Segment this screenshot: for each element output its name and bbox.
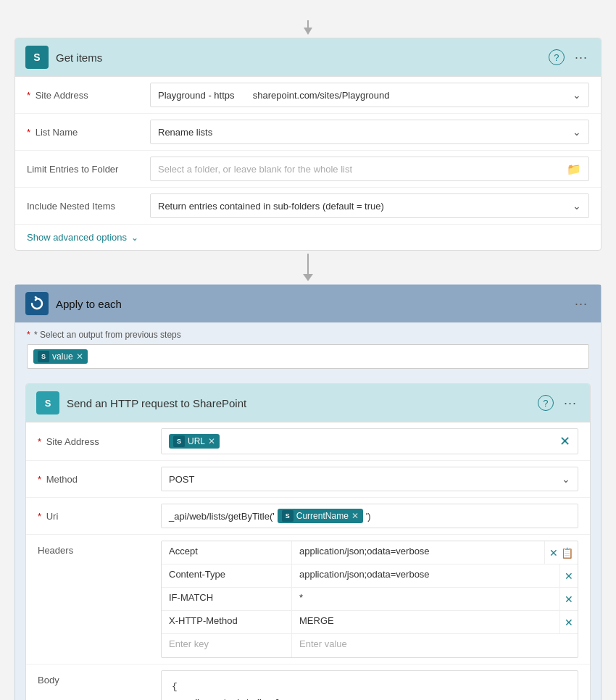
header-row-new: Enter key Enter value bbox=[162, 634, 578, 657]
body-line-2: "__metadata": { bbox=[172, 695, 567, 700]
header-row-if-match: IF-MATCH * ✕ bbox=[162, 588, 578, 611]
header-val-if-match: * bbox=[292, 588, 559, 610]
site-address-dropdown-arrow[interactable]: ⌄ bbox=[573, 89, 581, 101]
limit-entries-label: Limit Entries to Folder bbox=[27, 164, 150, 175]
url-token-remove[interactable]: ✕ bbox=[208, 436, 215, 446]
list-name-row: * List Name Rename lists ⌄ bbox=[15, 114, 601, 151]
method-value: POST bbox=[169, 474, 562, 485]
body-content[interactable]: { "__metadata": { "type": "SP.List" }, "… bbox=[161, 670, 578, 700]
body-row: Body { "__metadata": { "type": "SP.List"… bbox=[26, 664, 590, 700]
list-name-label: * List Name bbox=[27, 127, 150, 138]
flow-container: S Get items ? ··· * Site Address Playgro… bbox=[14, 14, 602, 700]
get-items-more-options[interactable]: ··· bbox=[572, 49, 591, 67]
header-val-accept: application/json;odata=verbose bbox=[292, 541, 544, 564]
method-row: * Method POST ⌄ bbox=[26, 461, 590, 498]
header-key-new[interactable]: Enter key bbox=[162, 634, 292, 657]
method-dropdown-arrow[interactable]: ⌄ bbox=[562, 473, 570, 485]
middle-connector-arrow bbox=[303, 254, 313, 281]
url-token-icon: S bbox=[173, 436, 185, 447]
header-val-content-type: application/json;odata=verbose bbox=[292, 564, 559, 587]
uri-row: * Uri _api/web/lists/getByTitle(' S Curr… bbox=[26, 498, 590, 535]
current-name-token-remove[interactable]: ✕ bbox=[351, 511, 359, 521]
apply-to-each-card: Apply to each ··· * * Select an output f… bbox=[14, 284, 602, 700]
include-nested-label: Include Nested Items bbox=[27, 201, 150, 212]
list-name-control[interactable]: Rename lists ⌄ bbox=[150, 120, 589, 144]
folder-icon[interactable]: 📁 bbox=[567, 162, 581, 176]
get-items-title: Get items bbox=[56, 51, 541, 64]
header-key-x-http-method: X-HTTP-Method bbox=[162, 611, 292, 633]
limit-entries-row: Limit Entries to Folder Select a folder,… bbox=[15, 151, 601, 188]
get-items-help-icon[interactable]: ? bbox=[549, 49, 565, 65]
get-items-card: S Get items ? ··· * Site Address Playgro… bbox=[14, 38, 602, 251]
http-site-address-control[interactable]: S URL ✕ ✕ bbox=[161, 428, 578, 454]
current-name-token: S CurrentName ✕ bbox=[278, 509, 363, 523]
send-http-card: S Send an HTTP request to SharePoint ? ·… bbox=[25, 383, 591, 700]
headers-label: Headers bbox=[38, 541, 161, 556]
http-site-address-row: * Site Address S URL ✕ ✕ bbox=[26, 422, 590, 461]
site-address-control[interactable]: Playground - https sharepoint.com/sites/… bbox=[150, 83, 589, 107]
header-row-x-http-method: X-HTTP-Method MERGE ✕ bbox=[162, 611, 578, 634]
limit-entries-placeholder: Select a folder, or leave blank for the … bbox=[158, 164, 567, 175]
http-site-address-label: * Site Address bbox=[38, 436, 161, 447]
send-http-help-icon[interactable]: ? bbox=[538, 395, 554, 411]
header-val-new[interactable]: Enter value bbox=[292, 634, 578, 657]
include-nested-value: Return entries contained in sub-folders … bbox=[158, 201, 573, 212]
uri-prefix: _api/web/lists/getByTitle(' bbox=[169, 511, 275, 522]
url-token: S URL ✕ bbox=[169, 434, 220, 449]
site-address-label: * Site Address bbox=[27, 90, 150, 101]
header-actions-accept: ✕ 📋 bbox=[544, 541, 578, 564]
get-items-actions: ? ··· bbox=[549, 49, 591, 67]
select-output-token-container[interactable]: S value ✕ bbox=[27, 344, 589, 369]
apply-to-each-header: Apply to each ··· bbox=[15, 285, 601, 322]
site-address-value: Playground - https sharepoint.com/sites/… bbox=[158, 90, 573, 101]
svg-marker-1 bbox=[304, 28, 312, 35]
send-http-title: Send an HTTP request to SharePoint bbox=[67, 397, 530, 409]
select-output-label: * * Select an output from previous steps bbox=[27, 330, 589, 340]
limit-entries-control[interactable]: Select a folder, or leave blank for the … bbox=[150, 157, 589, 181]
header-actions-x-http-method: ✕ bbox=[559, 611, 578, 633]
send-http-icon: S bbox=[36, 391, 59, 414]
header-delete-x-http-method[interactable]: ✕ bbox=[565, 617, 573, 628]
header-key-content-type: Content-Type bbox=[162, 564, 292, 587]
include-nested-row: Include Nested Items Return entries cont… bbox=[15, 188, 601, 225]
uri-control[interactable]: _api/web/lists/getByTitle(' S CurrentNam… bbox=[161, 504, 578, 528]
header-delete-content-type[interactable]: ✕ bbox=[565, 570, 573, 582]
header-val-x-http-method: MERGE bbox=[292, 611, 559, 633]
body-line-1: { bbox=[172, 678, 567, 695]
headers-table: Accept application/json;odata=verbose ✕ … bbox=[161, 541, 578, 658]
header-row-content-type: Content-Type application/json;odata=verb… bbox=[162, 564, 578, 588]
header-key-if-match: IF-MATCH bbox=[162, 588, 292, 610]
top-connector-arrow bbox=[301, 14, 315, 38]
header-row-accept: Accept application/json;odata=verbose ✕ … bbox=[162, 541, 578, 564]
get-items-header: S Get items ? ··· bbox=[15, 38, 601, 77]
value-token-icon: S bbox=[38, 351, 49, 362]
site-address-row: * Site Address Playground - https sharep… bbox=[15, 77, 601, 114]
uri-suffix: ') bbox=[366, 511, 371, 522]
chevron-down-icon: ⌄ bbox=[131, 233, 138, 243]
send-http-more-options[interactable]: ··· bbox=[561, 394, 580, 412]
apply-to-each-icon bbox=[25, 292, 49, 315]
send-http-header: S Send an HTTP request to SharePoint ? ·… bbox=[26, 384, 590, 422]
include-nested-dropdown-arrow[interactable]: ⌄ bbox=[573, 200, 581, 212]
body-label: Body bbox=[38, 670, 161, 686]
header-delete-accept[interactable]: ✕ bbox=[549, 547, 558, 559]
value-token: S value ✕ bbox=[33, 349, 88, 364]
site-address-clear-icon[interactable]: ✕ bbox=[559, 433, 570, 449]
current-name-token-icon: S bbox=[282, 510, 294, 522]
show-advanced-options[interactable]: Show advanced options ⌄ bbox=[15, 225, 601, 250]
include-nested-control[interactable]: Return entries contained in sub-folders … bbox=[150, 193, 589, 218]
method-control[interactable]: POST ⌄ bbox=[161, 467, 578, 491]
apply-to-each-more-options[interactable]: ··· bbox=[572, 295, 591, 313]
get-items-icon: S bbox=[25, 46, 49, 69]
header-copy-accept[interactable]: 📋 bbox=[561, 547, 573, 559]
list-name-dropdown-arrow[interactable]: ⌄ bbox=[573, 126, 581, 138]
apply-to-each-title: Apply to each bbox=[56, 298, 565, 310]
method-label: * Method bbox=[38, 474, 161, 485]
headers-row: Headers Accept application/json;odata=ve… bbox=[26, 535, 590, 664]
list-name-value: Rename lists bbox=[158, 127, 573, 138]
value-token-remove[interactable]: ✕ bbox=[76, 351, 83, 362]
select-output-row: * * Select an output from previous steps… bbox=[15, 322, 601, 376]
send-http-actions: ? ··· bbox=[538, 394, 580, 412]
header-delete-if-match[interactable]: ✕ bbox=[565, 593, 573, 605]
header-actions-content-type: ✕ bbox=[559, 564, 578, 587]
